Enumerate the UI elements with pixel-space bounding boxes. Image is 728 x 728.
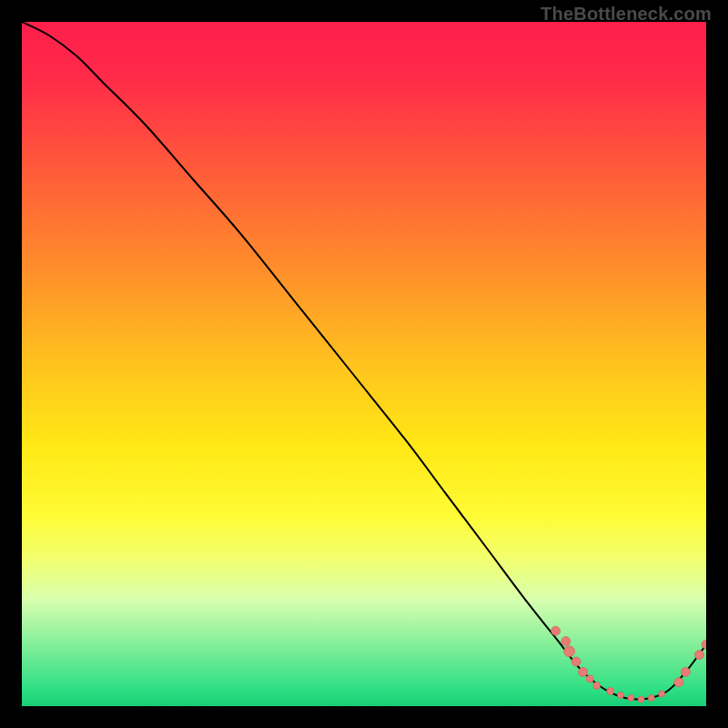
marker-dot bbox=[681, 667, 690, 676]
marker-dot bbox=[607, 688, 614, 695]
marker-dot bbox=[695, 651, 704, 660]
marker-dot bbox=[674, 678, 683, 687]
marker-dot bbox=[579, 667, 588, 676]
marker-dot bbox=[628, 695, 634, 702]
marker-dot bbox=[659, 691, 665, 697]
marker-dot bbox=[551, 626, 561, 635]
plot-area bbox=[22, 22, 706, 706]
marker-dot bbox=[648, 695, 654, 702]
gradient-background bbox=[22, 22, 706, 706]
marker-dot bbox=[586, 675, 593, 682]
marker-dot bbox=[571, 657, 581, 666]
marker-dot bbox=[564, 646, 575, 657]
marker-dot bbox=[561, 637, 571, 646]
marker-dot bbox=[593, 682, 601, 689]
chart-svg bbox=[22, 22, 706, 706]
marker-dot bbox=[618, 693, 624, 699]
marker-dot bbox=[638, 696, 644, 703]
chart-stage: TheBottleneck.com bbox=[0, 0, 728, 728]
